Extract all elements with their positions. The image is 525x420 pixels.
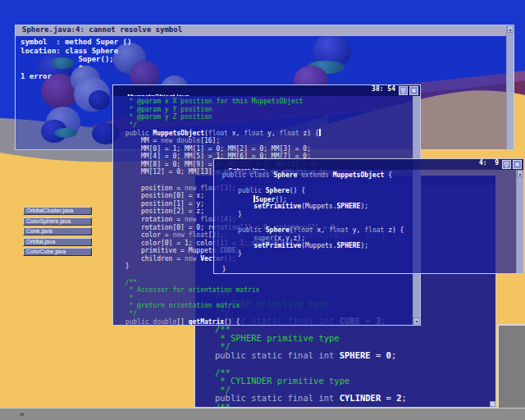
cursor-position: 38: 54	[372, 85, 395, 93]
code-line: *	[117, 294, 413, 303]
minimized-window[interactable]: OrbitalCluster.java	[23, 207, 92, 215]
code-line: }	[218, 211, 516, 219]
editor-scrollbar[interactable]: ▲	[516, 170, 523, 273]
minimized-window[interactable]: ColorSphere.java	[23, 217, 92, 226]
code-line: Super();	[218, 195, 516, 203]
code-line: MM[0] = 1; MM[1] = 0; MM[2] = 0; MM[3] =…	[117, 145, 413, 153]
console-line: 1 error	[21, 72, 514, 81]
code-line: public Sphere(float x, float y, float z)…	[218, 226, 516, 235]
code-line: */	[117, 310, 413, 318]
console-line: location: class Sphere	[21, 47, 514, 56]
code-line: /**	[117, 279, 413, 287]
code-line: public MuppetsObject(float x, float y, f…	[117, 129, 413, 137]
code-line: MM = new double[16];	[117, 137, 413, 145]
minimized-window[interactable]: Cone.java	[23, 227, 92, 235]
code-line	[218, 258, 516, 267]
scroll-up-icon[interactable]: ▲	[507, 25, 514, 33]
scroll-up-icon[interactable]: ▲	[517, 170, 523, 177]
sphere-code-area[interactable]: public class Sphere extends MuppetsObjec…	[214, 170, 516, 273]
code-line: public Sphere() {	[218, 187, 516, 195]
code-line: }	[218, 266, 516, 273]
resize-grip[interactable]	[490, 401, 495, 407]
scroll-down-icon[interactable]: ▼	[413, 317, 420, 325]
code-line: * @return orientation matrix	[117, 302, 413, 310]
console-line: Super();	[21, 55, 514, 64]
code-line: /**	[199, 403, 494, 408]
code-line: }	[218, 250, 516, 258]
error-console-scrollbar[interactable]: ▲	[506, 25, 514, 149]
code-line: */	[117, 121, 413, 130]
desktop: Sphere.java:4: cannot resolve symbol sym…	[0, 0, 525, 420]
code-line: public double[] getMatrix() {	[117, 318, 413, 325]
code-line: setPrimitive(Muppets.SPHERE);	[218, 242, 516, 250]
close-button[interactable]: ✕	[513, 160, 522, 169]
shell-prompt: >	[20, 410, 24, 418]
minimized-window-list: OrbitalCluster.javaColorSphere.javaCone.…	[23, 207, 92, 258]
code-line: public class Sphere extends MuppetsObjec…	[218, 171, 516, 180]
code-line: * CYLINDER primitive type	[199, 377, 494, 386]
minimized-window[interactable]: Orbital.java	[23, 238, 92, 246]
code-line: * @param x X position for this MuppetsOb…	[117, 98, 413, 106]
taskbar[interactable]: >	[0, 408, 525, 420]
code-line: public static final int SPHERE = 0;	[199, 351, 494, 360]
code-line: * SPHERE primitive type	[199, 334, 494, 343]
code-line	[218, 219, 516, 227]
code-line	[199, 359, 494, 368]
background-panel	[497, 324, 525, 420]
code-line	[218, 180, 516, 188]
shade-button[interactable]: ▽	[399, 86, 408, 95]
minimized-window[interactable]: ColorCube.java	[23, 248, 92, 256]
error-console-output[interactable]: symbol : method Super ()location: class …	[16, 36, 514, 81]
close-button[interactable]: ✕	[409, 86, 418, 95]
shade-button[interactable]: ▽	[502, 160, 511, 169]
code-line: super(x,y,z);	[218, 235, 516, 243]
code-line: * @param y Y position	[117, 106, 413, 114]
console-line: symbol : method Super ()	[21, 38, 514, 47]
sphere-title-bar[interactable]: Sphere.java 4: 9 ▽ ✕	[214, 159, 523, 170]
sphere-editor-window: Sphere.java 4: 9 ▽ ✕ public class Sphere…	[213, 158, 524, 274]
cursor-position: 4: 9	[479, 159, 499, 167]
code-line: public static final int CYLINDER = 2;	[199, 394, 494, 403]
error-selected-line[interactable]: Sphere.java:4: cannot resolve symbol	[16, 25, 506, 36]
muppetsobject-title-bar[interactable]: MuppetsObject.java 38: 54 ▽ ✕	[113, 85, 420, 96]
code-line: * Accessor for orientation matrix	[117, 286, 413, 294]
code-line: * @param y Z position	[117, 113, 413, 121]
text-cursor	[319, 129, 321, 136]
code-line: setPrimitive(Muppets.SPHERE);	[218, 203, 516, 211]
console-line: ^	[21, 64, 514, 73]
